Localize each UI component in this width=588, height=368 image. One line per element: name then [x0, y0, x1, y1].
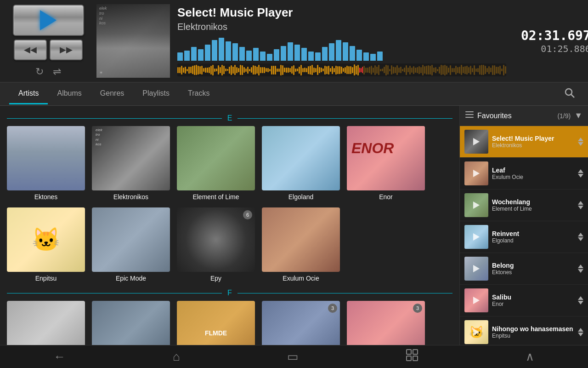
- arrow-up-1[interactable]: [578, 138, 583, 141]
- panel-dropdown-button[interactable]: ▼: [574, 111, 582, 121]
- tab-tracks[interactable]: Tracks: [179, 84, 219, 104]
- home-button[interactable]: ⌂: [164, 346, 189, 368]
- artist-thumb-ektones: [7, 126, 85, 190]
- artist-label-enpitsu: Enpitsu: [35, 275, 57, 282]
- playlist-item-3[interactable]: Wochenlang Element of Lime: [460, 190, 588, 221]
- artist-thumb-enor: ENOR: [347, 126, 425, 190]
- spectrum-bar: [350, 46, 355, 61]
- play-button[interactable]: [13, 5, 84, 36]
- arrow-down-1[interactable]: [578, 142, 583, 146]
- artist-thumb-epy: 6: [177, 207, 255, 272]
- playlist-thumb-5: [464, 257, 488, 281]
- repeat-button[interactable]: ↻: [35, 66, 44, 78]
- artist-item-epy[interactable]: 6 Epy: [177, 207, 255, 282]
- playlist-arrows-1[interactable]: [578, 138, 583, 146]
- artist-item-elgoland[interactable]: Elgoland: [262, 126, 340, 201]
- artist-label-enor: Enor: [379, 193, 393, 201]
- back-button[interactable]: ←: [45, 346, 75, 368]
- spectrum-bar: [315, 52, 321, 61]
- artist-item-f3[interactable]: FLMDE: [177, 301, 255, 345]
- arrow-up-7[interactable]: [578, 328, 583, 332]
- artist-item-f1[interactable]: [7, 301, 85, 345]
- recent-apps-button[interactable]: ▭: [278, 346, 308, 368]
- artist-item-element[interactable]: Element of Lime: [177, 126, 255, 201]
- artist-thumb-exulum: [262, 207, 340, 272]
- playlist-arrows-3[interactable]: [578, 201, 583, 209]
- artist-item-exulum[interactable]: Exulum Ocie: [262, 207, 340, 282]
- album-art: elektronikos ☀: [96, 4, 170, 78]
- tab-genres[interactable]: Genres: [91, 84, 133, 104]
- section-divider-f: F: [7, 289, 452, 297]
- spectrum-bar: [226, 41, 231, 61]
- arrow-down-6[interactable]: [578, 301, 583, 305]
- playlist-item-4[interactable]: Reinvent Elgoland: [460, 221, 588, 253]
- playlist-info-3: Wochenlang Element of Lime: [488, 198, 578, 212]
- playlist-name-3: Wochenlang: [492, 198, 574, 206]
- playlist-arrows-7[interactable]: [578, 328, 583, 336]
- player-info: Select! Music Player Elektronikos: [170, 0, 514, 82]
- spectrum-bar: [239, 47, 245, 61]
- playlist-item-2[interactable]: Leaf Exulum Ocie: [460, 158, 588, 190]
- arrow-up-3[interactable]: [578, 201, 583, 205]
- spectrum-bar: [177, 52, 183, 61]
- spectrum-bar: [294, 45, 300, 61]
- search-icon[interactable]: [560, 84, 579, 105]
- spectrum-bar: [301, 48, 307, 61]
- playlist-thumb-2: [464, 161, 488, 185]
- playlist-arrows-5[interactable]: [578, 264, 583, 273]
- shuffle-button[interactable]: ⇌: [53, 66, 61, 78]
- playlist-info-1: Select! Music Player Elektronikos: [488, 135, 578, 149]
- artist-item-enor[interactable]: ENOR Enor: [347, 126, 425, 201]
- playlist-item-5[interactable]: Belong Ektones: [460, 253, 588, 285]
- arrow-down-3[interactable]: [578, 206, 583, 209]
- playlist-item-7[interactable]: 🐱 Nihongo wo hanasemasen Enpitsu: [460, 316, 588, 345]
- arrow-down-2[interactable]: [578, 174, 583, 178]
- next-button[interactable]: ▶▶: [50, 40, 83, 60]
- playlist-arrows-2[interactable]: [578, 169, 583, 178]
- svg-point-0: [565, 89, 572, 95]
- arrow-up-6[interactable]: [578, 296, 583, 300]
- badge-f4: 3: [328, 304, 337, 313]
- playlist-arrows-4[interactable]: [578, 233, 583, 241]
- artist-label-ektones: Ektones: [34, 193, 58, 201]
- arrow-down-4[interactable]: [578, 237, 583, 241]
- spectrum-bar: [363, 52, 369, 61]
- controls-left: ◀◀ ▶▶ ↻ ⇌: [0, 0, 96, 82]
- arrow-down-5[interactable]: [578, 269, 583, 273]
- tab-artists[interactable]: Artists: [9, 84, 48, 104]
- spectrum-bar: [322, 47, 328, 61]
- svg-rect-3: [465, 114, 474, 115]
- playlist-arrows-6[interactable]: [578, 296, 583, 305]
- play-icon-3: [473, 201, 480, 209]
- playlist-info-4: Reinvent Elgoland: [488, 230, 578, 244]
- waveform[interactable]: // Generate waveform bars inline via JS: [177, 63, 506, 76]
- artist-item-epic[interactable]: Epic Mode: [92, 207, 170, 282]
- artist-thumb-f1: [7, 301, 85, 345]
- artist-item-f4[interactable]: 3: [262, 301, 340, 345]
- playlist-item-6[interactable]: Salibu Enor: [460, 285, 588, 316]
- prev-button[interactable]: ◀◀: [14, 40, 47, 60]
- artist-thumb-enpitsu: 🐱: [7, 207, 85, 272]
- spectrum-bar: [219, 38, 224, 61]
- grid-button[interactable]: [396, 345, 428, 368]
- arrow-up-5[interactable]: [578, 264, 583, 268]
- tab-playlists[interactable]: Playlists: [133, 84, 179, 104]
- player-bar: ◀◀ ▶▶ ↻ ⇌ elektronikos ☀ Select! Music P…: [0, 0, 588, 83]
- arrow-up-2[interactable]: [578, 169, 583, 173]
- badge-f5: 3: [413, 304, 422, 313]
- arrow-up-4[interactable]: [578, 233, 583, 236]
- scroll-up-button[interactable]: ∧: [516, 346, 543, 368]
- tab-albums[interactable]: Albums: [48, 84, 90, 104]
- artist-label-elektronikos: Elektronikos: [113, 193, 148, 201]
- playlist-name-5: Belong: [492, 262, 574, 269]
- artist-item-f5[interactable]: 3: [347, 301, 425, 345]
- play-icon-2: [473, 170, 480, 177]
- artist-item-enpitsu[interactable]: 🐱 Enpitsu: [7, 207, 85, 282]
- arrow-down-7[interactable]: [578, 333, 583, 336]
- spectrum-bar: [253, 48, 259, 61]
- playlist-item-1[interactable]: Select! Music Player Elektronikos: [460, 126, 588, 158]
- spectrum-bar: [377, 52, 383, 61]
- artist-item-elektronikos[interactable]: elektronikos Elektronikos: [92, 126, 170, 201]
- artist-item-ektones[interactable]: Ektones: [7, 126, 85, 201]
- artist-item-f2[interactable]: [92, 301, 170, 345]
